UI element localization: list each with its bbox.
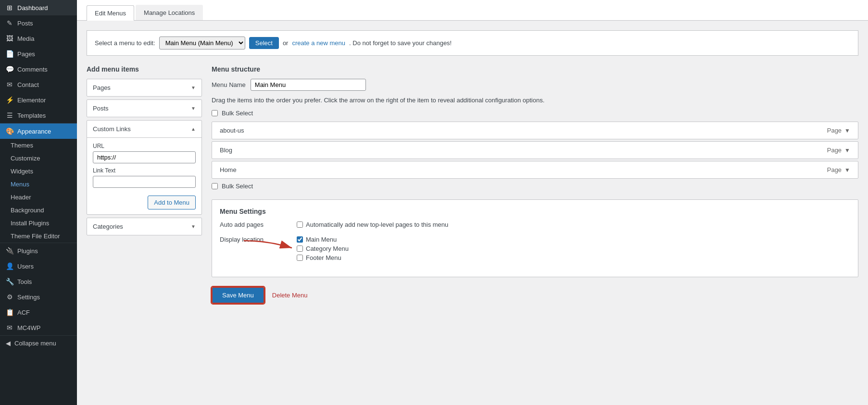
- templates-icon: ☰: [6, 111, 13, 119]
- comments-icon: 💬: [6, 65, 13, 73]
- auto-add-row: Auto add pages Automatically add new top…: [220, 221, 850, 230]
- sidebar-item-users[interactable]: 👤 Users: [0, 258, 77, 274]
- menu-item-blog: Blog Page ▼: [212, 141, 858, 159]
- menu-item-about-us: about-us Page ▼: [212, 122, 858, 139]
- accordion-custom-links-label: Custom Links: [93, 125, 131, 133]
- main-content: Edit Menus Manage Locations Select a men…: [77, 0, 868, 405]
- sidebar: ⊞ Dashboard ✎ Posts 🖼 Media 📄 Pages 💬 Co…: [0, 0, 77, 405]
- accordion-pages-header[interactable]: Pages ▼: [87, 79, 201, 96]
- link-text-input[interactable]: [93, 176, 196, 188]
- menu-item-expand-blog[interactable]: ▼: [844, 147, 850, 154]
- select-menu-bar: Select a menu to edit: Main Menu (Main M…: [87, 30, 858, 56]
- sidebar-item-contact[interactable]: ✉ Contact: [0, 77, 77, 92]
- save-area: Save Menu Delete Menu: [212, 287, 858, 304]
- elementor-icon: ⚡: [6, 96, 13, 104]
- auto-add-checkbox-label: Automatically add new top-level pages to…: [297, 221, 850, 228]
- sidebar-sub-item-theme-file-editor[interactable]: Theme File Editor: [0, 230, 77, 243]
- header-label: Header: [11, 194, 31, 201]
- item-type-blog: Page: [827, 147, 842, 154]
- bottom-section: 🔌 Plugins 👤 Users 🔧 Tools ⚙ Settings 📋 A…: [0, 243, 77, 335]
- chevron-up-icon: ▲: [191, 126, 196, 132]
- sidebar-item-media[interactable]: 🖼 Media: [0, 31, 77, 46]
- dashboard-icon: ⊞: [6, 4, 13, 12]
- save-menu-button[interactable]: Save Menu: [212, 287, 264, 304]
- chevron-down-icon: ▼: [191, 106, 196, 111]
- sidebar-sub-item-themes[interactable]: Themes: [0, 139, 77, 152]
- item-type-area-blog: Page ▼: [827, 147, 850, 154]
- collapse-menu-button[interactable]: ◀ Collapse menu: [0, 335, 77, 351]
- display-location-label: Display location: [220, 236, 297, 263]
- sidebar-item-settings[interactable]: ⚙ Settings: [0, 289, 77, 305]
- add-to-menu-button[interactable]: Add to Menu: [148, 196, 196, 209]
- sidebar-item-acf[interactable]: 📋 ACF: [0, 305, 77, 320]
- drag-hint-text: Drag the items into the order you prefer…: [212, 97, 858, 104]
- accordion-custom-links: Custom Links ▲ URL Link Text: [87, 120, 202, 215]
- or-text: or: [283, 39, 289, 47]
- tab-manage-locations[interactable]: Manage Locations: [136, 5, 203, 20]
- top-tabs: Edit Menus Manage Locations: [77, 0, 868, 21]
- sidebar-item-templates[interactable]: ☰ Templates: [0, 108, 77, 123]
- mc4wp-label: MC4WP: [17, 324, 40, 331]
- sidebar-sub-item-header[interactable]: Header: [0, 191, 77, 204]
- plugins-label: Plugins: [17, 247, 38, 255]
- location-category-menu-checkbox[interactable]: [297, 245, 303, 252]
- appearance-section: 🎨 Appearance Themes Customize Widgets Me…: [0, 123, 77, 243]
- menu-item-expand-about-us[interactable]: ▼: [844, 127, 850, 134]
- item-type-home: Page: [827, 166, 842, 173]
- sidebar-sub-item-background[interactable]: Background: [0, 204, 77, 217]
- add-menu-items-panel: Add menu items Pages ▼ Posts ▼: [87, 65, 202, 304]
- menu-structure-title: Menu structure: [212, 65, 858, 73]
- menu-name-label: Menu Name: [212, 81, 246, 88]
- themes-label: Themes: [11, 142, 33, 149]
- sidebar-item-label: Dashboard: [17, 4, 48, 12]
- accordion-custom-links-header[interactable]: Custom Links ▲: [87, 121, 201, 137]
- menus-label: Menus: [11, 181, 29, 188]
- bulk-select-bottom: Bulk Select: [212, 183, 858, 190]
- sidebar-item-dashboard[interactable]: ⊞ Dashboard: [0, 0, 77, 15]
- menu-item-name-about-us: about-us: [220, 127, 244, 134]
- sidebar-item-appearance[interactable]: 🎨 Appearance: [0, 123, 77, 139]
- sidebar-item-plugins[interactable]: 🔌 Plugins: [0, 243, 77, 258]
- create-new-menu-link[interactable]: create a new menu: [292, 39, 345, 47]
- location-main-menu-checkbox[interactable]: [297, 236, 303, 243]
- bulk-select-checkbox-bottom[interactable]: [212, 183, 218, 189]
- sidebar-sub-item-widgets[interactable]: Widgets: [0, 165, 77, 178]
- auto-add-value: Automatically add new top-level pages to…: [297, 221, 850, 230]
- install-plugins-label: Install Plugins: [11, 220, 49, 227]
- users-icon: 👤: [6, 262, 13, 270]
- sidebar-item-elementor[interactable]: ⚡ Elementor: [0, 92, 77, 108]
- sidebar-sub-item-customize[interactable]: Customize: [0, 152, 77, 165]
- sidebar-item-tools[interactable]: 🔧 Tools: [0, 274, 77, 289]
- chevron-down-icon: ▼: [191, 85, 196, 90]
- sidebar-item-pages[interactable]: 📄 Pages: [0, 46, 77, 61]
- url-input[interactable]: [93, 151, 196, 163]
- accordion-posts: Posts ▼: [87, 99, 202, 117]
- delete-menu-link[interactable]: Delete Menu: [272, 292, 308, 299]
- menu-item-name-home: Home: [220, 166, 237, 173]
- accordion-custom-links-body: URL Link Text Add to Menu: [87, 137, 201, 214]
- sidebar-item-label: Appearance: [17, 128, 51, 135]
- bulk-select-checkbox-top[interactable]: [212, 110, 218, 116]
- accordion-posts-header[interactable]: Posts ▼: [87, 100, 201, 117]
- url-label: URL: [93, 143, 196, 149]
- item-type-area-about-us: Page ▼: [827, 127, 850, 134]
- sidebar-item-mc4wp[interactable]: ✉ MC4WP: [0, 320, 77, 335]
- collapse-icon: ◀: [6, 340, 11, 347]
- sidebar-item-label: Elementor: [17, 97, 46, 104]
- accordion-categories-header[interactable]: Categories ▼: [87, 218, 201, 235]
- menu-select-dropdown[interactable]: Main Menu (Main Menu): [159, 37, 245, 49]
- sidebar-sub-item-menus[interactable]: Menus: [0, 178, 77, 191]
- location-footer-menu-checkbox[interactable]: [297, 255, 303, 261]
- sidebar-item-posts[interactable]: ✎ Posts: [0, 15, 77, 31]
- link-text-field-row: Link Text: [93, 167, 196, 188]
- sidebar-sub-item-install-plugins[interactable]: Install Plugins: [0, 217, 77, 230]
- select-button[interactable]: Select: [249, 37, 279, 49]
- tab-edit-menus[interactable]: Edit Menus: [87, 5, 134, 21]
- sidebar-item-comments[interactable]: 💬 Comments: [0, 61, 77, 77]
- menu-item-expand-home[interactable]: ▼: [844, 167, 850, 173]
- accordion-categories: Categories ▼: [87, 218, 202, 235]
- menu-name-input[interactable]: [251, 79, 366, 91]
- display-location-row: Display location Main Menu Category Menu: [220, 236, 850, 263]
- sidebar-item-label: Comments: [17, 66, 48, 73]
- auto-add-checkbox[interactable]: [297, 221, 303, 228]
